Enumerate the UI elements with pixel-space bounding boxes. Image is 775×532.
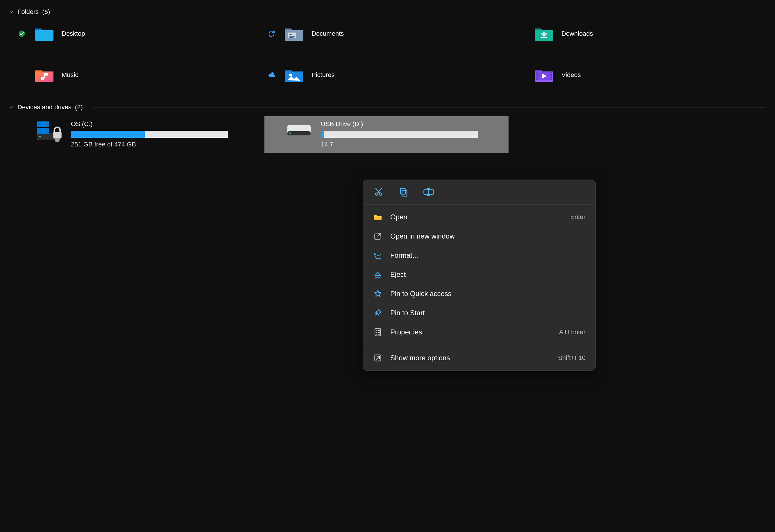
chevron-down-icon (9, 105, 14, 110)
svg-rect-39 (378, 330, 380, 331)
svg-point-24 (55, 138, 60, 142)
drive-free-text: 251 GB free of 474 GB (71, 141, 254, 148)
context-menu-toolbar (363, 180, 595, 205)
open-folder-icon (373, 212, 383, 222)
menu-item-show-more-options[interactable]: Show more options Shift+F10 (363, 348, 595, 368)
svg-rect-30 (402, 190, 407, 196)
drive-item-os-c[interactable]: OS (C:) 251 GB free of 474 GB (15, 116, 259, 153)
folder-item-music[interactable]: Music (15, 62, 259, 88)
eject-icon (373, 270, 383, 280)
menu-accel: Shift+F10 (558, 354, 586, 362)
context-menu-list: Open Enter Open in new window Format... (363, 205, 595, 345)
folder-item-desktop[interactable]: Desktop (15, 21, 259, 46)
svg-rect-19 (37, 121, 43, 127)
format-icon (373, 250, 383, 260)
show-more-icon (373, 353, 383, 363)
svg-point-18 (39, 136, 41, 137)
drives-grid: OS (C:) 251 GB free of 474 GB (6, 116, 769, 153)
svg-rect-20 (43, 121, 49, 127)
svg-rect-4 (289, 37, 293, 38)
svg-rect-12 (536, 79, 538, 80)
menu-accel: Alt+Enter (559, 328, 586, 336)
folder-label: Downloads (562, 30, 593, 37)
menu-item-open-new-window[interactable]: Open in new window (363, 227, 595, 246)
folder-label: Documents (311, 30, 344, 37)
svg-point-42 (376, 334, 377, 335)
folder-label: Desktop (62, 30, 85, 37)
folder-desktop-icon (34, 26, 55, 42)
svg-rect-36 (375, 277, 381, 278)
drive-free-text: 14.7 (321, 141, 505, 148)
folder-item-documents[interactable]: Documents (264, 21, 509, 46)
open-new-window-icon (373, 231, 383, 241)
drive-usage-fill (71, 131, 145, 138)
menu-item-properties[interactable]: Properties Alt+Enter (363, 323, 595, 342)
drive-usage-fill (321, 131, 324, 138)
group-header-drives[interactable]: Devices and drives (2) (6, 96, 769, 116)
menu-label: Eject (390, 271, 578, 279)
svg-rect-41 (378, 332, 380, 333)
folder-documents-icon (283, 26, 304, 42)
svg-rect-15 (550, 77, 552, 78)
drive-usage-bar (321, 131, 478, 138)
svg-rect-2 (289, 34, 292, 35)
group-header-folders[interactable]: Folders (6) (6, 6, 769, 21)
folder-music-icon (34, 67, 55, 83)
svg-point-7 (289, 74, 292, 76)
folder-item-downloads[interactable]: Downloads (514, 21, 758, 46)
menu-label: Format... (390, 251, 578, 259)
properties-icon (373, 327, 383, 337)
svg-rect-3 (289, 36, 295, 37)
menu-label: Pin to Quick access (390, 290, 578, 298)
menu-item-open[interactable]: Open Enter (363, 207, 595, 227)
svg-rect-10 (536, 74, 538, 76)
svg-point-40 (376, 332, 377, 333)
svg-rect-14 (550, 74, 552, 76)
context-menu: Open Enter Open in new window Format... (362, 180, 596, 371)
menu-item-eject[interactable]: Eject (363, 265, 595, 284)
folder-label: Music (62, 71, 78, 79)
menu-item-format[interactable]: Format... (363, 246, 595, 265)
drive-name: USB Drive (D:) (321, 120, 505, 128)
menu-label: Open in new window (390, 232, 578, 240)
copy-icon[interactable] (398, 186, 410, 198)
folder-label: Pictures (311, 71, 334, 79)
rename-icon[interactable] (423, 186, 435, 198)
svg-point-27 (289, 132, 291, 134)
svg-rect-6 (44, 73, 45, 78)
menu-item-pin-quick-access[interactable]: Pin to Quick access (363, 284, 595, 303)
folder-item-pictures[interactable]: Pictures (264, 62, 509, 88)
menu-accel: Enter (570, 213, 586, 221)
group-count-drives: (2) (75, 103, 83, 111)
cloud-icon (268, 72, 275, 78)
drive-item-usb-d[interactable]: USB Drive (D:) 14.7 (264, 116, 509, 153)
group-count-folders: (6) (42, 8, 50, 16)
menu-label: Pin to Start (390, 309, 578, 317)
sync-icon (268, 30, 275, 37)
drive-usage-bar (71, 131, 228, 138)
svg-rect-23 (53, 132, 61, 138)
os-drive-icon (36, 121, 64, 144)
svg-rect-22 (43, 128, 49, 134)
svg-rect-31 (401, 188, 406, 194)
menu-label: Open (390, 213, 563, 221)
folder-item-videos[interactable]: Videos (514, 62, 758, 88)
menu-item-pin-to-start[interactable]: Pin to Start (363, 303, 595, 323)
folder-videos-icon (534, 67, 555, 83)
svg-rect-43 (378, 334, 380, 334)
svg-rect-11 (536, 77, 538, 78)
folder-label: Videos (562, 71, 581, 79)
menu-label: Show more options (390, 354, 550, 362)
folder-downloads-icon (534, 26, 555, 42)
cut-icon[interactable] (373, 186, 384, 198)
svg-point-38 (376, 330, 377, 331)
drive-name: OS (C:) (71, 120, 254, 128)
folders-grid: Desktop (6, 21, 769, 96)
usb-drive-icon (286, 121, 313, 138)
svg-rect-21 (37, 128, 43, 134)
pin-star-icon (373, 289, 383, 299)
folder-pictures-icon (283, 67, 304, 83)
pin-icon (373, 308, 383, 318)
divider (363, 346, 595, 346)
chevron-down-icon (9, 9, 14, 15)
